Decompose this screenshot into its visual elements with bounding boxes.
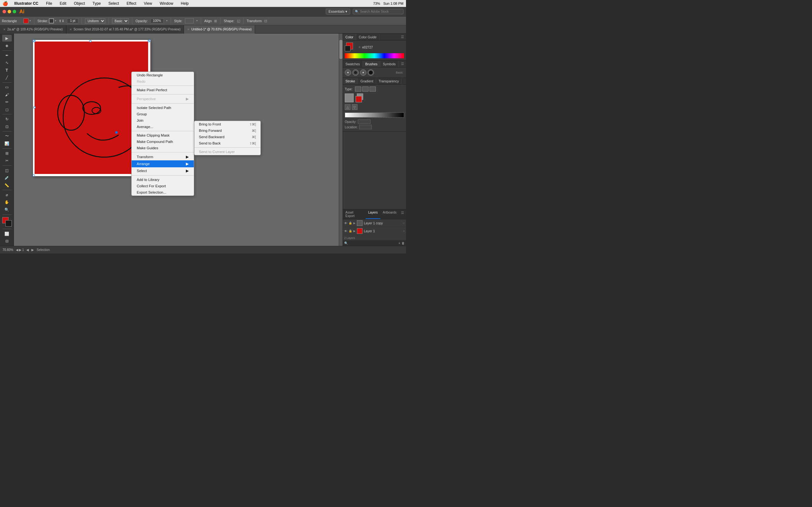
canvas-area[interactable]: Undo Rectangle Redo Make Pixel Perfect P… [14,34,343,246]
tab-color[interactable]: Color [343,34,356,40]
bg-swatch[interactable] [345,46,351,51]
blend-tool[interactable]: ⌀ [2,191,12,198]
rectangle-tool[interactable]: ▭ [2,84,12,91]
layer-visibility-0[interactable]: 👁 [344,222,347,225]
ctx-group[interactable]: Group [132,111,194,117]
brush-preset-1[interactable] [345,69,351,76]
brush-preset-3[interactable] [360,69,366,76]
direct-selection-tool[interactable]: ◈ [2,42,12,49]
artboard-prev-icon[interactable]: ◀ [26,248,29,251]
stroke-style-1[interactable] [355,87,361,92]
curvature-tool[interactable]: ∿ [2,59,12,66]
stroke-swatch[interactable] [49,18,54,23]
sub-bring-forward[interactable]: Bring Forward ⌘] [194,127,260,134]
tab-swatches[interactable]: Swatches [343,61,363,67]
gradient-tool[interactable]: ◫ [2,167,12,174]
stroke-color-swatch[interactable] [345,94,354,102]
maximize-button[interactable] [13,10,16,13]
sub-send-to-back[interactable]: Send to Back ⇧⌘[ [194,140,260,147]
opacity-input[interactable] [150,18,164,23]
alt-swatch-2[interactable] [356,96,362,102]
hand-tool[interactable]: ✋ [2,199,12,206]
warp-tool[interactable]: 〜 [2,133,12,139]
screen-mode[interactable]: ⊟ [2,238,12,245]
ctx-redo[interactable]: Redo [132,78,194,84]
apple-menu[interactable]: 🍎 [3,1,8,6]
tab-stroke[interactable]: Stroke [343,78,358,84]
stroke-color-tool[interactable] [5,220,12,227]
tab-transparency[interactable]: Transparency [376,78,402,84]
ctx-isolate-selected-path[interactable]: Isolate Selected Path [132,105,194,111]
style-swatch[interactable] [185,18,194,23]
close-button[interactable] [3,10,6,13]
stroke-arrow-2[interactable]: ▽ [352,104,357,110]
stroke-style-dropdown[interactable]: Uniform [85,18,105,23]
eraser-tool[interactable]: ◻ [2,106,12,113]
menu-help[interactable]: Help [180,1,190,6]
rotate-handle-tl[interactable] [32,39,35,42]
layer-name-1[interactable]: Layer 1 [364,229,402,233]
tab-gradient[interactable]: Gradient [358,78,376,84]
tab-color-guide[interactable]: Color Guide [356,34,379,40]
artboard-next-icon[interactable]: ▶ [32,248,34,251]
artboard-tool[interactable]: ⊞ [2,150,12,157]
tab-2[interactable]: ✕ Untitled-1* @ 70.83% (RGB/GPU Preview) [184,25,255,34]
dash-style-dropdown[interactable]: Basic [112,18,129,23]
type-tool[interactable]: T [2,67,12,73]
menu-window[interactable]: Window [158,1,174,6]
fill-swatch[interactable] [23,18,29,23]
ctx-make-pixel-perfect[interactable]: Make Pixel Perfect [132,87,194,93]
ctx-make-clipping-mask[interactable]: Make Clipping Mask [132,132,194,138]
search-icon-layers[interactable]: 🔍 [344,241,348,245]
layers-options-icon[interactable]: ☰ [399,210,406,219]
stroke-style-2[interactable] [362,87,368,92]
tab-layers[interactable]: Layers [366,210,380,219]
draw-mode[interactable]: ⬜ [2,230,12,237]
search-adobe-stock[interactable]: 🔍 Search Adobe Stock [353,9,403,14]
style-dropdown-icon[interactable]: ▾ [196,19,198,22]
layer-lock-0[interactable]: 🔒 [349,222,352,225]
essentials-dropdown[interactable]: Essentials ▾ [326,9,350,14]
ctx-make-guides[interactable]: Make Guides [132,145,194,151]
menu-effect[interactable]: Effect [125,1,137,6]
graph-tool[interactable]: 📊 [2,140,12,147]
pencil-tool[interactable]: ✏ [2,99,12,106]
layer-row-1[interactable]: 👁 🔒 ▶ Layer 1 ○ [343,227,406,235]
ctx-average[interactable]: Average... [132,124,194,130]
slice-tool[interactable]: ✂ [2,157,12,164]
stroke-style-3[interactable] [369,87,376,92]
paintbrush-tool[interactable]: 🖌 [2,91,12,98]
ctx-perspective[interactable]: Perspective ▶ [132,95,194,102]
measure-tool[interactable]: 📏 [2,182,12,188]
zoom-tool[interactable]: 🔍 [2,206,12,213]
menu-object[interactable]: Object [72,1,86,6]
next-page-icon[interactable]: ▶ [19,248,21,251]
handle-tm[interactable] [90,40,91,42]
tab-artboards[interactable]: Artboards [380,210,399,219]
layer-lock-1[interactable]: 🔒 [349,229,352,233]
fg-bg-swatches[interactable] [345,43,356,52]
minimize-button[interactable] [8,10,11,13]
stroke-dropdown-icon[interactable]: ▾ [55,19,56,22]
ctx-undo-rectangle[interactable]: Undo Rectangle [132,72,194,78]
add-layer-icon[interactable]: + [398,241,400,245]
handle-ml[interactable] [34,107,36,108]
scale-tool[interactable]: ⊡ [2,123,12,130]
ctx-export-selection[interactable]: Export Selection... [132,189,194,195]
stroke-arrow-1[interactable]: △ [345,104,351,110]
tab-symbols[interactable]: Symbols [380,61,398,67]
brush-preset-2[interactable] [352,69,359,76]
brush-preset-4[interactable] [368,69,374,76]
layer-visibility-1[interactable]: 👁 [344,229,347,233]
menu-view[interactable]: View [143,1,154,6]
scrollbar-thumb-v[interactable] [339,40,343,59]
line-tool[interactable]: ╱ [2,74,12,81]
ctx-add-to-library[interactable]: Add to Library [132,176,194,183]
selection-tool[interactable]: ▶ [2,35,12,42]
menu-select[interactable]: Select [107,1,120,6]
rotate-handle-bl[interactable] [32,174,35,177]
delete-layer-icon[interactable]: 🗑 [402,241,405,245]
tab-close-0[interactable]: ✕ [3,28,6,31]
ctx-collect-for-export[interactable]: Collect For Export [132,183,194,189]
stroke-weight-arrows[interactable]: ⬆⬇ [59,19,64,23]
